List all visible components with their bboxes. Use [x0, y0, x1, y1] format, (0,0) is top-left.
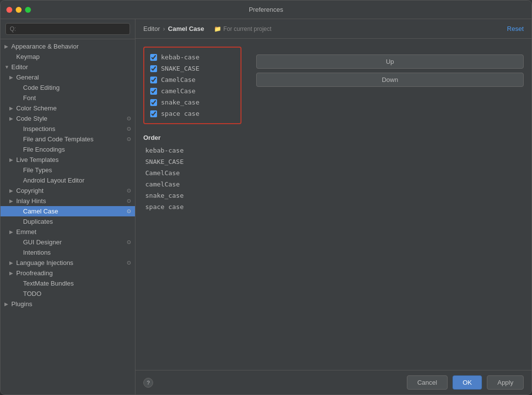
minimize-button[interactable]: [16, 7, 22, 13]
sidebar-item-gui-designer[interactable]: GUI Designer⊙: [0, 237, 135, 247]
footer: ? Cancel OK Apply: [135, 370, 532, 395]
sidebar-item-label: Inspections: [23, 125, 127, 132]
checkbox-item-kebab-case: kebab-case: [150, 52, 235, 63]
order-list-item[interactable]: CamelCase: [143, 168, 241, 178]
sidebar-item-label: GUI Designer: [23, 238, 127, 246]
checkbox-item-snake-case-upper: SNAKE_CASE: [150, 63, 235, 74]
order-list-item[interactable]: kebab-case: [143, 145, 241, 156]
sidebar-item-emmet[interactable]: ▶Emmet: [0, 227, 135, 237]
sidebar-item-label: Language Injections: [16, 259, 127, 266]
sidebar-item-android-layout-editor[interactable]: Android Layout Editor: [0, 175, 135, 185]
panel-header: Editor › Camel Case 📁 For current projec…: [135, 19, 532, 39]
sidebar-item-file-code-templates[interactable]: File and Code Templates⊙: [0, 134, 135, 144]
right-section: Up Down: [256, 47, 524, 362]
order-list-item[interactable]: camelCase: [143, 179, 241, 189]
sidebar-item-editor[interactable]: ▼Editor: [0, 62, 135, 72]
down-button[interactable]: Down: [256, 73, 524, 87]
sidebar-item-label: Duplicates: [23, 218, 131, 225]
sidebar-item-intentions[interactable]: Intentions: [0, 247, 135, 258]
checkbox-item-camel-case-upper: CamelCase: [150, 74, 235, 85]
sidebar-item-live-templates[interactable]: ▶Live Templates: [0, 155, 135, 165]
search-input[interactable]: [5, 23, 130, 35]
ok-button[interactable]: OK: [452, 375, 482, 390]
sidebar-item-general[interactable]: ▶General: [0, 72, 135, 82]
sidebar-item-label: TextMate Bundles: [23, 280, 131, 287]
checkbox-kebab-case[interactable]: [150, 54, 157, 61]
sidebar-item-copyright[interactable]: ▶Copyright⊙: [0, 185, 135, 196]
sidebar-item-appearance-behavior[interactable]: ▶Appearance & Behavior: [0, 41, 135, 52]
checkbox-label-camel-case-lower[interactable]: camelCase: [161, 87, 195, 95]
sidebar-item-code-editing[interactable]: Code Editing: [0, 82, 135, 93]
sidebar-item-inspections[interactable]: Inspections⊙: [0, 124, 135, 134]
right-panel: Editor › Camel Case 📁 For current projec…: [135, 19, 532, 395]
sidebar-item-label: Inlay Hints: [16, 197, 127, 205]
settings-icon: ⊙: [127, 208, 131, 214]
checkbox-item-camel-case-lower: camelCase: [150, 85, 235, 97]
settings-icon: ⊙: [127, 198, 131, 204]
checkbox-label-snake-case-upper[interactable]: SNAKE_CASE: [161, 65, 199, 72]
order-title: Order: [143, 134, 241, 141]
settings-icon: ⊙: [127, 136, 131, 142]
up-button[interactable]: Up: [256, 54, 524, 69]
chevron-icon: ▶: [4, 301, 11, 307]
sidebar-item-label: Appearance & Behavior: [11, 43, 131, 50]
chevron-icon: ▶: [9, 188, 16, 193]
sidebar-item-label: Intentions: [23, 249, 131, 256]
checkbox-group: kebab-caseSNAKE_CASECamelCasecamelCasesn…: [143, 47, 241, 124]
sidebar-item-label: Emmet: [16, 228, 131, 236]
checkbox-snake-case-upper[interactable]: [150, 65, 157, 72]
checkbox-camel-case-lower[interactable]: [150, 88, 157, 95]
checkbox-snake-case[interactable]: [150, 99, 157, 106]
sidebar-item-label: Code Style: [16, 115, 127, 122]
sidebar-item-label: TODO: [23, 290, 131, 297]
checkbox-camel-case-upper[interactable]: [150, 77, 157, 83]
traffic-lights: [6, 7, 31, 13]
order-list-item[interactable]: space case: [143, 202, 241, 212]
settings-icon: ⊙: [127, 115, 131, 122]
chevron-icon: ▶: [9, 270, 16, 276]
sidebar-item-file-encodings[interactable]: File Encodings: [0, 144, 135, 155]
breadcrumb-sep: ›: [163, 25, 165, 32]
sidebar-item-code-style[interactable]: ▶Code Style⊙: [0, 113, 135, 124]
chevron-icon: ▶: [9, 75, 16, 80]
close-button[interactable]: [6, 7, 12, 13]
window-title: Preferences: [249, 6, 283, 13]
sidebar-item-language-injections[interactable]: ▶Language Injections⊙: [0, 258, 135, 268]
checkbox-label-snake-case[interactable]: snake_case: [161, 99, 199, 106]
sidebar-item-inlay-hints[interactable]: ▶Inlay Hints⊙: [0, 196, 135, 206]
apply-button[interactable]: Apply: [487, 375, 524, 390]
chevron-icon: ▼: [4, 64, 11, 70]
sidebar-item-plugins[interactable]: ▶Plugins: [0, 299, 135, 309]
sidebar-item-proofreading[interactable]: ▶Proofreading: [0, 268, 135, 278]
maximize-button[interactable]: [25, 7, 31, 13]
sidebar-item-label: Camel Case: [23, 208, 127, 215]
sidebar-item-keymap[interactable]: Keymap: [0, 52, 135, 62]
help-button[interactable]: ?: [143, 378, 153, 388]
sidebar-item-todo[interactable]: TODO: [0, 289, 135, 299]
cancel-button[interactable]: Cancel: [407, 375, 447, 390]
chevron-icon: ▶: [9, 198, 16, 204]
sidebar-item-duplicates[interactable]: Duplicates: [0, 216, 135, 227]
checkbox-label-space-case[interactable]: space case: [161, 110, 199, 117]
sidebar-item-font[interactable]: Font: [0, 93, 135, 103]
checkbox-label-kebab-case[interactable]: kebab-case: [161, 53, 199, 61]
settings-icon: ⊙: [127, 239, 131, 245]
sidebar-item-label: General: [16, 74, 131, 81]
for-current-project-label: For current project: [223, 26, 271, 32]
sidebar-item-color-scheme[interactable]: ▶Color Scheme: [0, 103, 135, 113]
settings-icon: ⊙: [127, 260, 131, 266]
sidebar-item-label: Copyright: [16, 187, 127, 194]
chevron-icon: ▶: [9, 116, 16, 121]
sidebar-item-file-types[interactable]: File Types: [0, 165, 135, 175]
order-list-item[interactable]: snake_case: [143, 190, 241, 201]
sidebar-item-textmate-bundles[interactable]: TextMate Bundles: [0, 278, 135, 289]
checkbox-space-case[interactable]: [150, 110, 157, 117]
reset-button[interactable]: Reset: [507, 25, 524, 32]
breadcrumb: Editor › Camel Case: [143, 25, 204, 32]
checkbox-label-camel-case-upper[interactable]: CamelCase: [161, 76, 195, 83]
sidebar-item-camel-case[interactable]: Camel Case⊙: [0, 206, 135, 216]
order-list-item[interactable]: SNAKE_CASE: [143, 157, 241, 167]
left-section: kebab-caseSNAKE_CASECamelCasecamelCasesn…: [143, 47, 241, 362]
chevron-icon: ▶: [9, 157, 16, 162]
sidebar-item-label: Code Editing: [23, 84, 131, 91]
